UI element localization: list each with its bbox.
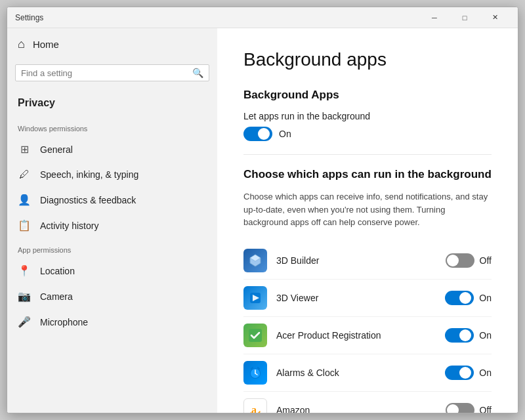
app-toggle-area-alarmsclock: On [445,366,492,380]
app-name-amazon: Amazon [276,405,436,413]
home-icon: ⌂ [18,37,25,51]
sidebar-home-label: Home [33,39,59,50]
windows-permissions-label: Windows permissions [7,117,217,136]
sidebar-item-microphone[interactable]: 🎤 Microphone [7,309,217,335]
app-state-3dbuilder: Off [480,255,492,266]
settings-window: Settings ─ □ ✕ ⌂ Home 🔍 Privacy Windows … [7,7,518,413]
sidebar-item-label-diagnostics: Diagnostics & feedback [40,195,136,205]
toggle-knob [258,128,270,140]
camera-icon: 📷 [18,290,31,303]
app-toggle-acer[interactable] [445,328,474,343]
app-icon-3dviewer [243,286,267,310]
svg-line-10 [258,368,259,369]
minimize-button[interactable]: ─ [419,7,450,28]
divider [243,154,492,155]
window-controls: ─ □ ✕ [419,7,510,28]
sidebar-item-activity[interactable]: 📋 Activity history [7,213,217,238]
svg-line-9 [251,368,253,369]
page-title: Background apps [243,49,492,70]
let-run-toggle-row: On [243,127,492,141]
titlebar: Settings ─ □ ✕ [7,7,518,28]
sidebar-item-label-general: General [40,144,73,155]
search-input[interactable] [21,68,188,78]
search-box[interactable]: 🔍 [15,64,209,81]
app-name-alarmsclock: Alarms & Clock [276,368,436,378]
app-toggle-3dbuilder[interactable] [446,253,474,268]
app-icon-acer [243,324,267,347]
current-category: Privacy [7,92,217,117]
app-toggle-area-3dbuilder: Off [446,253,492,268]
app-row-alarmsclock: Alarms & Clock On [243,354,492,392]
search-icon: 🔍 [192,68,203,78]
app-state-alarmsclock: On [479,368,492,378]
microphone-icon: 🎤 [18,316,31,328]
sidebar-item-speech[interactable]: 🖊 Speech, inking, & typing [7,162,217,187]
app-toggle-alarmsclock[interactable] [445,366,474,380]
sidebar-item-camera[interactable]: 📷 Camera [7,284,217,309]
toggle-knob-3dviewer [459,292,471,304]
app-row-3dbuilder: 3D Builder Off [243,242,492,280]
sidebar-item-label-camera: Camera [40,291,73,302]
sidebar-item-label-location: Location [40,266,75,276]
let-run-setting: Let apps run in the background On [243,111,492,141]
background-apps-title: Background Apps [243,89,492,102]
toggle-knob-3dbuilder [447,255,459,266]
window-title: Settings [15,13,419,22]
choose-section-description: Choose which apps can receive info, send… [243,190,492,229]
app-toggle-amazon[interactable] [446,403,474,413]
app-toggle-3dviewer[interactable] [445,291,474,305]
app-icon-3dbuilder [243,249,267,272]
app-name-3dviewer: 3D Viewer [276,293,436,303]
general-icon: ⊞ [18,143,31,156]
sidebar: ⌂ Home 🔍 Privacy Windows permissions ⊞ G… [7,28,217,413]
app-toggle-area-amazon: Off [446,403,492,413]
app-icon-alarmsclock [243,361,267,385]
speech-icon: 🖊 [18,169,31,180]
content-area: ⌂ Home 🔍 Privacy Windows permissions ⊞ G… [7,28,518,413]
sidebar-item-diagnostics[interactable]: 👤 Diagnostics & feedback [7,187,217,213]
location-icon: 📍 [18,264,31,277]
app-row-3dviewer: 3D Viewer On [243,280,492,317]
let-run-label: Let apps run in the background [243,111,492,121]
activity-icon: 📋 [18,219,31,232]
toggle-knob-amazon [447,404,459,413]
app-permissions-label: App permissions [7,238,217,258]
app-row-acer: Acer Product Registration On [243,317,492,354]
sidebar-item-label-activity: Activity history [40,220,98,231]
sidebar-item-location[interactable]: 📍 Location [7,258,217,284]
toggle-knob-acer [459,329,471,341]
svg-text:a: a [251,404,257,413]
choose-section-title: Choose which apps can run in the backgro… [243,168,492,181]
toggle-knob-alarmsclock [459,367,471,379]
let-run-state-label: On [279,129,291,139]
app-toggle-area-acer: On [445,328,492,343]
app-state-acer: On [479,330,492,341]
app-row-amazon: a Amazon Off [243,392,492,413]
app-state-3dviewer: On [479,293,492,303]
app-name-acer: Acer Product Registration [276,330,436,341]
diagnostics-icon: 👤 [18,194,31,206]
app-toggle-area-3dviewer: On [445,291,492,305]
sidebar-item-label-speech: Speech, inking, & typing [40,169,138,180]
main-content: Background apps Background Apps Let apps… [217,28,518,413]
sidebar-item-label-microphone: Microphone [40,317,88,327]
sidebar-item-home[interactable]: ⌂ Home [7,28,217,60]
let-run-toggle[interactable] [243,127,272,141]
sidebar-item-general[interactable]: ⊞ General [7,136,217,162]
close-button[interactable]: ✕ [480,7,510,28]
maximize-button[interactable]: □ [450,7,480,28]
app-name-3dbuilder: 3D Builder [276,255,436,266]
app-state-amazon: Off [480,405,492,413]
app-icon-amazon: a [243,398,267,413]
